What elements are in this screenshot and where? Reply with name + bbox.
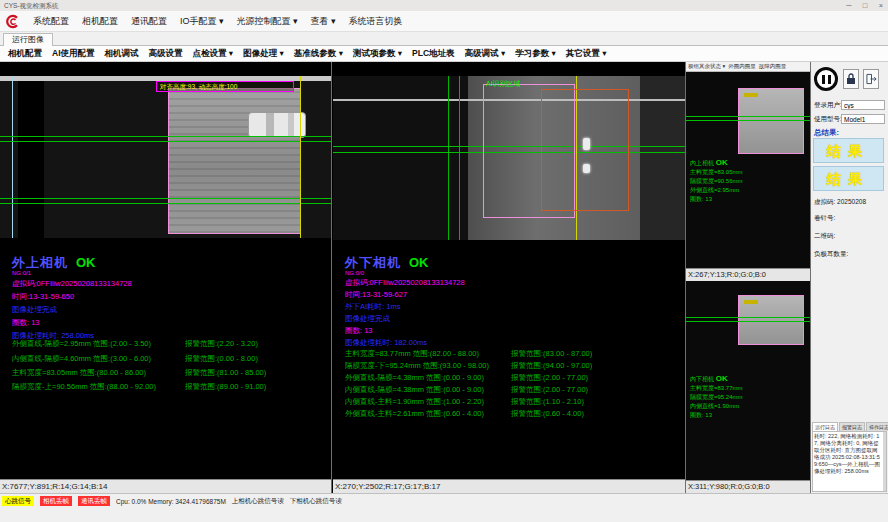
camera-name: 外下相机 [345, 255, 401, 270]
log-scrollbar[interactable] [883, 432, 886, 491]
process-done-line: 图像处理完成 [12, 303, 322, 316]
log-tab-run[interactable]: 运行日志 [812, 422, 838, 431]
measurement-row: 外侧直线-隔膜=4.38mm 范围:(0.00 - 9.00) 报警范围:(2.… [333, 373, 685, 385]
tool-other-settings[interactable]: 其它设置 ▾ [566, 48, 607, 60]
measure-value: 主料宽度=83.05mm [690, 168, 743, 177]
time-line: 时间:13-31-59-650 [12, 290, 322, 303]
alarm-range: 报警范围:(83.00 - 87.00) [511, 349, 592, 359]
lock-icon [846, 73, 856, 85]
measure-value: 内侧直线-隔膜=4.60mm 范围:(3.00 - 6.00) [12, 354, 151, 364]
status-bar: 心跳信号 相机丢帧 通讯丢帧 Cpu: 0.0% Memory: 3424.41… [0, 493, 888, 522]
alarm-range: 报警范围:(89.00 - 91.00) [185, 382, 266, 392]
measurement-row: 隔膜宽度-下=95.24mm 范围:(93.00 - 98.00) 报警范围:(… [333, 361, 685, 373]
measure-value: 隔膜宽度-上=90.56mm 范围:(88.00 - 92.00) [12, 382, 156, 392]
thumb-overlay-chip [744, 300, 758, 304]
app-logo-icon [5, 14, 20, 29]
log-tab-strip: 运行日志 报警日志 操作日志 [812, 422, 887, 431]
comm-framedrop-indicator: 通讯丢帧 [78, 496, 110, 506]
measure-line-green [0, 203, 331, 204]
measurement-row: 主料宽度=83.05mm 范围:(80.00 - 86.00) 报警范围:(81… [0, 368, 331, 380]
login-user-field[interactable] [841, 100, 885, 110]
log-text-content: 耗时: 222, 网络检测耗时: 17, 网络分离耗时: 0, 网络提取分区耗时… [814, 433, 880, 474]
top-camera-heartbeat-text: 上相机心跳信号读 [232, 497, 284, 506]
tool-ai-config[interactable]: AI使用配置 [52, 48, 95, 60]
measure-value: 主料宽度=83.77mm [690, 384, 743, 393]
model-field[interactable] [841, 114, 885, 124]
alarm-range: 报警范围:(2.00 - 77.00) [511, 385, 588, 395]
close-icon[interactable]: × [876, 0, 886, 11]
tool-baseline-params[interactable]: 基准线参数 ▾ [294, 48, 343, 60]
middle-result-info: 外下相机OK NG:0/0 虚拟码:0FFIiiw202502081331347… [345, 254, 655, 349]
guide-line-cyan [12, 76, 13, 238]
tab-run-image[interactable]: 运行图像 [3, 33, 53, 46]
measure-line-green [686, 120, 810, 121]
camera-view-outer-bottom[interactable]: AI识别区域 [333, 76, 685, 240]
lock-button[interactable] [843, 69, 859, 89]
pause-icon [822, 75, 831, 84]
camera-view-outer-top[interactable]: 对齐高度:93, 动态高度:100 [0, 76, 331, 238]
measure-value: 外侧直线-隔膜=2.95mm 范围:(2.00 - 3.50) [12, 339, 151, 349]
rounds-line: 圈数: 13 [345, 325, 655, 337]
measure-value: 内侧直线=1.90mm [690, 402, 743, 411]
tool-camera-debug[interactable]: 相机调试 [105, 48, 139, 60]
measure-value: 外侧直线=2.95mm [690, 186, 743, 195]
thumb-view-inner-bottom[interactable]: 内下相机 OK 主料宽度=83.77mm 隔膜宽度=95.24mm 内侧直线=1… [686, 281, 810, 480]
measurement-row: 隔膜宽度-上=90.56mm 范围:(88.00 - 92.00) 报警范围:(… [0, 382, 331, 394]
ai-region-label: AI识别区域 [486, 79, 521, 89]
ai-rect-orange [541, 89, 629, 211]
menu-system-config[interactable]: 系统配置 [33, 15, 69, 28]
maximize-icon[interactable]: □ [860, 0, 870, 11]
tool-test-params[interactable]: 测试项参数 ▾ [353, 48, 402, 60]
tool-plc-address[interactable]: PLC地址表 [412, 48, 455, 60]
menu-camera-config[interactable]: 相机配置 [82, 15, 118, 28]
connector-part [248, 112, 306, 138]
ai-time-line: 外下AI耗时: 1ms [345, 301, 655, 313]
measure-value: 隔膜宽度=95.24mm [690, 393, 743, 402]
thumb-tab-status[interactable]: 极组其余状态 ▾ [688, 63, 725, 70]
tool-advanced-settings[interactable]: 高级设置 [149, 48, 183, 60]
panel-divider [331, 62, 332, 493]
tool-advanced-debug[interactable]: 高级调试 ▾ [465, 48, 506, 60]
measure-line-green [686, 321, 810, 322]
logout-button[interactable] [863, 69, 879, 89]
measure-value: 主料宽度=83.77mm 范围:(82.00 - 88.00) [345, 349, 479, 359]
tool-image-processing[interactable]: 图像处理 ▾ [243, 48, 284, 60]
thumb-part-image [738, 88, 804, 154]
tool-camera-config[interactable]: 相机配置 [8, 48, 42, 60]
menu-view[interactable]: 查看 ▾ [311, 15, 336, 28]
measure-value: 内侧直线-隔膜=4.38mm 范围:(0.00 - 9.00) [345, 385, 484, 395]
title-bar: CYS-视觉检测系统 ─ □ × [0, 0, 888, 11]
menu-light-config[interactable]: 光源控制配置 ▾ [237, 15, 298, 28]
tool-spotcheck-settings[interactable]: 点检设置 ▾ [193, 48, 234, 60]
result-badge-2: 结果 [813, 166, 884, 191]
menu-comm-config[interactable]: 通讯配置 [131, 15, 167, 28]
thumb-bottom-pixel-readout: X:311;Y:980;R:0;G:0;B:0 [686, 480, 810, 493]
menu-language-switch[interactable]: 系统语言切换 [349, 15, 403, 28]
thumb-overlay-chip [744, 93, 758, 97]
ng-counter: NG:0/1 [12, 270, 322, 277]
measurement-row: 外侧直线-主料=2.61mm 范围:(0.60 - 4.00) 报警范围:(0.… [333, 409, 685, 421]
pause-button[interactable] [814, 67, 838, 91]
thumb-view-inner-top[interactable]: 内上相机 OK 主料宽度=83.05mm 隔膜宽度=90.56mm 外侧直线=2… [686, 72, 810, 268]
tool-learning-params[interactable]: 学习参数 ▾ [515, 48, 556, 60]
middle-pixel-readout: X:270;Y:2502;R:17;G:17;B:17 [333, 479, 685, 493]
reflection-glint [583, 138, 590, 150]
barcode-line: 虚拟码:0FFIiiw20250208133134728 [12, 277, 322, 290]
minimize-icon[interactable]: ─ [844, 0, 854, 11]
alarm-range: 报警范围:(2.20 - 3.20) [185, 339, 258, 349]
camera-result-title: 外下相机OK [345, 254, 655, 270]
thumb-tab-fault[interactable]: 故障内圈显 [759, 63, 787, 70]
camera-result-title: 外上相机OK [12, 254, 322, 270]
log-panel: 运行日志 报警日志 操作日志 耗时: 222, 网络检测耗时: 17, 网络分离… [812, 422, 887, 492]
thumb-tab-outer[interactable]: 外圈内圈显 [728, 63, 756, 70]
log-tab-alarm[interactable]: 报警日志 [839, 422, 865, 431]
ok-status: OK [76, 255, 96, 270]
measure-line-green [0, 136, 331, 137]
measurement-row: 内侧直线-隔膜=4.38mm 范围:(0.00 - 9.00) 报警范围:(2.… [333, 385, 685, 397]
process-done-line: 图像处理完成 [345, 313, 655, 325]
log-tab-operation[interactable]: 操作日志 [866, 422, 888, 431]
measure-value: 圈数: 13 [690, 195, 743, 204]
model-label: 使用型号: [814, 115, 842, 124]
menu-io-config[interactable]: IO手配置 ▾ [180, 15, 224, 28]
log-text[interactable]: 耗时: 222, 网络检测耗时: 17, 网络分离耗时: 0, 网络提取分区耗时… [812, 431, 887, 492]
